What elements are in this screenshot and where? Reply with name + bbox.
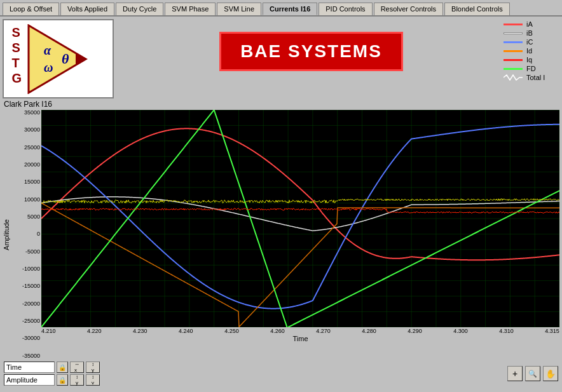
time-axis-control: 🔒 ↔x ↕y: [4, 362, 100, 373]
y-tick: -15000: [14, 283, 40, 289]
svg-text:ω: ω: [44, 60, 53, 74]
y-tick: -5000: [14, 249, 40, 255]
amplitude-axis-input[interactable]: [4, 374, 55, 386]
x-tick: 4.290: [408, 328, 422, 334]
y-tick: 30000: [14, 127, 40, 133]
tab-blondel-controls[interactable]: Blondel Controls: [444, 3, 510, 15]
logo-svg: α ω θ: [11, 24, 106, 94]
x-tick: 4.220: [87, 328, 102, 334]
bae-logo: BAE SYSTEMS: [120, 19, 502, 71]
chart-canvas: [41, 110, 559, 327]
x-tick: 4.270: [316, 328, 331, 334]
chart-wrapper: Amplitude 35000 30000 25000 20000 15000 …: [3, 110, 559, 359]
x-tick: 4.300: [453, 328, 468, 334]
legend-item-fd: FD: [504, 65, 558, 72]
tab-bar: Loop & Offset Volts Applied Duty Cycle S…: [0, 0, 562, 17]
x-tick: 4.280: [362, 328, 376, 334]
pan-button[interactable]: ✋: [543, 366, 558, 381]
tab-svm-line[interactable]: SVM Line: [217, 3, 261, 15]
y-tick: 20000: [14, 162, 40, 168]
legend-item-iq: Iq: [504, 56, 558, 64]
legend-label-ic: iC: [526, 38, 533, 46]
x-tick: 4.230: [133, 328, 147, 334]
y-ticks: 35000 30000 25000 20000 15000 10000 5000…: [13, 110, 41, 359]
x-ticks-row: 4.210 4.220 4.230 4.240 4.250 4.260 4.27…: [41, 327, 559, 335]
bae-text: BAE SYSTEMS: [240, 41, 382, 61]
legend-color-id: [504, 50, 523, 52]
legend-color-ia: [504, 24, 523, 25]
time-y-button[interactable]: ↕y: [86, 362, 100, 373]
bottom-right: + 🔍 ✋: [507, 366, 558, 381]
legend-item-ic: iC: [504, 38, 558, 46]
legend-color-ic: [504, 41, 523, 43]
legend: iA iB iC Id Iq FD: [502, 19, 559, 84]
legend-label-id: Id: [526, 47, 532, 55]
x-tick: 4.240: [179, 328, 193, 334]
y-tick: -25000: [14, 318, 40, 324]
y-tick: 35000: [14, 110, 40, 116]
bottom-left: 🔒 ↔x ↕y 🔒 ↕y ↕v: [4, 362, 100, 386]
svg-text:α: α: [44, 43, 51, 57]
zoom-in-button[interactable]: +: [507, 366, 523, 381]
y-tick: 5000: [14, 214, 40, 220]
chart-title: Clark Park I16: [4, 100, 559, 109]
legend-label-ib: iB: [526, 29, 533, 37]
y-tick: -10000: [14, 266, 40, 272]
legend-item-ia: iA: [504, 20, 558, 28]
y-tick: -30000: [14, 335, 40, 341]
legend-label-totali: Total I: [526, 74, 545, 81]
x-tick: 4.315: [545, 328, 559, 334]
tab-loop-offset[interactable]: Loop & Offset: [3, 3, 59, 15]
tab-volts-applied[interactable]: Volts Applied: [60, 3, 114, 15]
legend-color-fd: [504, 68, 523, 70]
main-area: S S T G α ω θ BAE SYSTEMS: [0, 17, 562, 389]
y-tick: -20000: [14, 301, 40, 307]
legend-label-iq: Iq: [526, 56, 532, 64]
x-tick: 4.310: [499, 328, 514, 334]
legend-label-ia: iA: [526, 20, 533, 28]
y-tick: 25000: [14, 145, 40, 151]
y-tick: 15000: [14, 179, 40, 185]
amplitude-y-button[interactable]: ↕v: [86, 374, 100, 386]
y-tick: 0: [14, 231, 40, 237]
legend-item-totali: Total I: [504, 74, 558, 81]
legend-color-iq: [504, 59, 523, 61]
amplitude-axis-control: 🔒 ↕y ↕v: [4, 374, 100, 386]
logo-box: S S T G α ω θ: [3, 19, 114, 98]
legend-label-fd: FD: [526, 65, 536, 72]
time-x-button[interactable]: ↔x: [70, 362, 84, 373]
top-section: S S T G α ω θ BAE SYSTEMS: [3, 19, 559, 98]
legend-color-ib: [504, 32, 523, 34]
x-axis-label: Time: [41, 335, 559, 342]
bae-box: BAE SYSTEMS: [219, 32, 403, 71]
bottom-controls: 🔒 ↔x ↕y 🔒 ↕y ↕v + 🔍 ✋: [3, 360, 559, 387]
tab-svm-phase[interactable]: SVM Phase: [165, 3, 216, 15]
svg-marker-4: [76, 53, 86, 65]
time-axis-input[interactable]: [4, 362, 55, 373]
y-tick: -35000: [14, 353, 40, 359]
legend-wave-totali: [504, 74, 523, 81]
zoom-fit-button[interactable]: 🔍: [525, 366, 540, 381]
legend-item-id: Id: [504, 47, 558, 55]
time-lock-button[interactable]: 🔒: [57, 362, 68, 373]
x-tick: 4.250: [224, 328, 239, 334]
x-tick: 4.210: [41, 328, 56, 334]
amplitude-lock-button[interactable]: 🔒: [57, 374, 68, 386]
tab-duty-cycle[interactable]: Duty Cycle: [116, 3, 163, 15]
legend-item-ib: iB: [504, 29, 558, 37]
tab-resolver-controls[interactable]: Resolver Controls: [374, 3, 443, 15]
y-axis-label: Amplitude: [3, 219, 13, 250]
tab-currents-i16[interactable]: Currents I16: [263, 3, 317, 15]
amplitude-x-button[interactable]: ↕y: [70, 374, 84, 386]
tab-pid-controls[interactable]: PID Controls: [319, 3, 372, 15]
svg-text:θ: θ: [62, 51, 69, 67]
x-tick: 4.260: [270, 328, 285, 334]
y-tick: 10000: [14, 197, 40, 203]
